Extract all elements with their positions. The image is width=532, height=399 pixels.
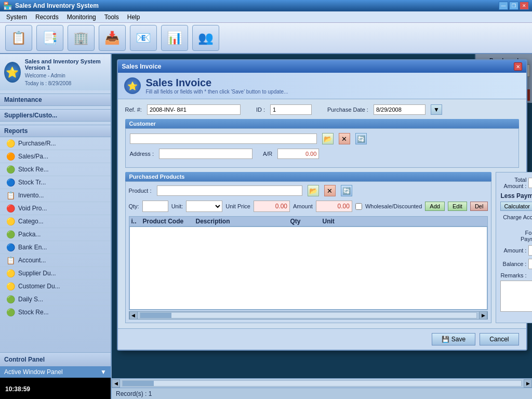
menu-records[interactable]: Records [31, 12, 63, 22]
calculator-button[interactable]: Calculator [500, 202, 532, 211]
sidebar-item-account[interactable]: 📋 Account... [0, 254, 111, 267]
main-scroll-left-arrow[interactable]: ◀ [112, 379, 120, 388]
sidebar-item-supplier-du[interactable]: 🟡 Supplier Du... [0, 267, 111, 280]
sidebar-item-sales[interactable]: 🟠 Sales/Pa... [0, 150, 111, 163]
toolbar-chart[interactable]: 📊 [161, 25, 188, 51]
address-input[interactable] [159, 149, 252, 159]
sidebar-item-stocktr[interactable]: 🔵 Stock Tr... [0, 176, 111, 189]
sidebar-section-reports: Reports [0, 125, 111, 137]
main-scrollbar[interactable]: ◀ ▶ [112, 378, 532, 388]
modal-footer: 💾 Save Cancel [118, 328, 526, 350]
toolbar-records[interactable]: 📑 [36, 25, 63, 51]
calculator-row: Calculator Sh % [500, 202, 532, 211]
total-amount-row: Total Amount : [500, 177, 532, 189]
modal-close-button[interactable]: ✕ [514, 62, 522, 71]
main-scroll-track [122, 380, 522, 387]
edit-button[interactable]: Edit [448, 202, 467, 211]
customer-select-button[interactable]: 📂 [322, 133, 334, 144]
sidebar-item-purchase[interactable]: 🟡 Purchase/R... [0, 137, 111, 150]
total-amount-input[interactable] [528, 178, 532, 188]
sidebar-item-void[interactable]: 🔴 Void Pro... [0, 202, 111, 215]
ref-input[interactable] [147, 104, 241, 115]
restore-button[interactable]: ❐ [509, 2, 518, 10]
wholesale-checkbox[interactable] [355, 203, 362, 210]
date-dropdown-button[interactable]: ▼ [431, 104, 442, 115]
qty-input[interactable] [142, 201, 168, 212]
customer-name-input[interactable] [130, 134, 317, 144]
amount-input[interactable] [316, 201, 352, 212]
ref-row: Ref. #: ID : Purchase Date : ▼ [125, 104, 519, 115]
users-icon: 👥 [198, 31, 214, 45]
control-panel-section: Control Panel [0, 352, 111, 366]
menu-tools[interactable]: Tools [100, 12, 123, 22]
sidebar-item-stockre[interactable]: 🟢 Stock Re... [0, 163, 111, 176]
toolbar-users[interactable]: 👥 [192, 25, 219, 51]
cancel-button[interactable]: Cancel [480, 333, 518, 345]
building-icon: 🏢 [73, 31, 89, 45]
product-select-button[interactable]: 📂 [308, 185, 319, 196]
toolbar-download[interactable]: 📥 [99, 25, 126, 51]
customer-section: Customer 📂 ✕ 🔄 Address : A [125, 119, 519, 168]
unit-select[interactable] [186, 201, 222, 212]
id-input[interactable] [270, 104, 312, 115]
sidebar-item-bank[interactable]: 🔵 Bank En... [0, 241, 111, 254]
save-button[interactable]: 💾 Save [432, 333, 475, 345]
balance-input[interactable] [528, 259, 532, 269]
active-window-panel[interactable]: Active Window Panel ▼ [0, 366, 111, 378]
sidebar-item-daily[interactable]: 🟢 Daily S... [0, 293, 111, 306]
product-clear-button[interactable]: ✕ [324, 185, 336, 196]
sidebar-section-maintenance: Maintenance [0, 94, 111, 106]
menu-system[interactable]: System [2, 12, 31, 22]
scroll-right-arrow[interactable]: ▶ [479, 311, 487, 320]
menu-help[interactable]: Help [123, 12, 144, 22]
product-input[interactable] [157, 185, 302, 196]
products-table: i.. Product Code Description Qty Unit [129, 216, 488, 310]
sidebar-item-package[interactable]: 🟢 Packa... [0, 228, 111, 241]
modal-header-icon: ⭐ [124, 77, 141, 94]
records-count: Record(s) : 1 [116, 390, 152, 397]
unit-price-input[interactable] [254, 201, 290, 212]
sidebar-item-inventory[interactable]: 📋 Invento... [0, 189, 111, 202]
purchase-date-input[interactable] [374, 104, 425, 115]
sidebar-item-category[interactable]: 🟡 Catego... [0, 215, 111, 228]
form-of-payment-label: Form of Payment: [500, 230, 532, 242]
table-header: i.. Product Code Description Qty Unit [129, 217, 488, 227]
inventory-nav-icon: 📋 [6, 191, 15, 200]
add-button[interactable]: Add [425, 202, 445, 211]
modal-body: Ref. #: ID : Purchase Date : ▼ Customer [118, 99, 526, 328]
col-unit: Unit [323, 218, 354, 225]
sidebar-item-stockrep[interactable]: 🟢 Stock Re... [0, 306, 111, 319]
toolbar-mail[interactable]: 📧 [130, 25, 157, 51]
remarks-textarea[interactable] [500, 281, 532, 312]
table-scrollbar[interactable]: ◀ ▶ [129, 311, 488, 320]
customer-section-body: 📂 ✕ 🔄 Address : A/R [125, 128, 519, 168]
customer-refresh-button[interactable]: 🔄 [355, 133, 367, 144]
address-row: Address : A/R [130, 149, 514, 159]
sidebar-item-customer-du[interactable]: 🟡 Customer Du... [0, 280, 111, 293]
menu-monitoring[interactable]: Monitoring [63, 12, 100, 22]
amount-payment-input[interactable] [528, 245, 532, 256]
products-section-body: Product : 📂 ✕ 🔄 Qty: [125, 181, 492, 323]
close-button[interactable]: ✕ [520, 2, 529, 10]
minimize-button[interactable]: — [499, 2, 508, 10]
products-payment-area: Purchased Products Product : 📂 ✕ 🔄 [125, 172, 519, 323]
scroll-left-arrow[interactable]: ◀ [129, 311, 138, 320]
stocktr-nav-icon: 🔵 [6, 178, 15, 187]
product-refresh-button[interactable]: 🔄 [341, 185, 352, 196]
toolbar-building[interactable]: 🏢 [68, 25, 95, 51]
customer-clear-button[interactable]: ✕ [339, 133, 350, 144]
supplier-du-nav-icon: 🟡 [6, 269, 15, 277]
main-scroll-right-arrow[interactable]: ▶ [524, 379, 532, 388]
toolbar: 📋 📑 🏢 📥 📧 📊 👥 [0, 23, 532, 54]
ar-input[interactable] [277, 149, 319, 159]
save-icon: 💾 [442, 336, 449, 343]
ar-label: A/R [263, 151, 272, 157]
amount-row: Amount : [500, 245, 532, 256]
toolbar-purchase[interactable]: 📋 [5, 25, 32, 51]
sidebar-app-title: Sales and Inventory System Version 1 [25, 58, 107, 71]
records-icon: 📑 [42, 31, 58, 45]
del-button[interactable]: Del [470, 202, 488, 211]
customer-du-nav-icon: 🟡 [6, 282, 15, 290]
charge-account-row: Charge Account : Choose Payment [500, 214, 532, 227]
purchase-icon: 📋 [11, 31, 26, 45]
